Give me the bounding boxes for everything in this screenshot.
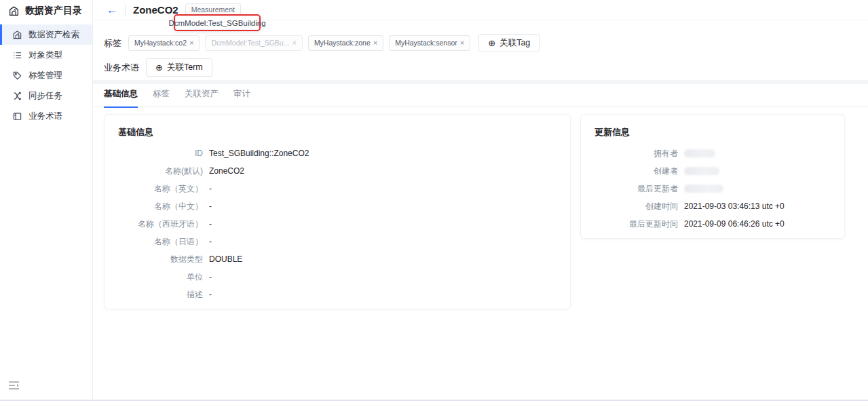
sidebar: 数据资产目录 数据资产检索 对象类型 标签管理 — [0, 0, 93, 400]
sidebar-item-label: 业务术语 — [29, 111, 62, 122]
field-row-last-updater: 最后更新者 — [581, 180, 844, 197]
tag-chip-label: MyHaystack:sensor — [395, 39, 457, 47]
tags-row-label: 标签 — [104, 37, 121, 50]
section-separator — [93, 80, 868, 84]
field-row-id: ID Test_SGBuilding::ZoneCO2 — [105, 145, 570, 162]
field-label: 名称（西班牙语） — [105, 218, 203, 230]
app-window: 数据资产目录 数据资产检索 对象类型 标签管理 — [0, 0, 868, 401]
field-label: 创建者 — [581, 166, 678, 177]
field-row-description: 描述 - — [105, 286, 570, 303]
field-label: 单位 — [105, 271, 203, 283]
red-annotation-box: DcmModel:Test_SGBuilding — [174, 14, 261, 31]
field-row-creator: 创建者 — [581, 162, 844, 180]
back-arrow-icon[interactable]: ← — [107, 5, 117, 16]
field-value: - — [209, 219, 212, 229]
tag-chip[interactable]: DcmModel:Test_SGBu... × — [205, 35, 302, 51]
sidebar-item-object-types[interactable]: 对象类型 — [0, 45, 92, 65]
term-row-label: 业务术语 — [104, 62, 139, 74]
catalog-logo-icon — [8, 5, 20, 17]
basic-info-card: 基础信息 ID Test_SGBuilding::ZoneCO2 名称(默认) … — [104, 114, 571, 309]
term-icon — [12, 111, 22, 121]
field-row-name-en: 名称（英文） - — [105, 180, 570, 197]
field-row-name-ja: 名称（日语） - — [105, 233, 570, 250]
update-info-fields: 拥有者 创建者 最后更新者 创建时间 2021-09-03 03:46:13 u… — [581, 145, 844, 233]
field-label: 创建时间 — [581, 201, 678, 212]
field-label: 名称（中文） — [105, 201, 203, 212]
field-label: 最后更新者 — [581, 183, 678, 195]
asset-search-icon — [12, 29, 22, 40]
field-label: ID — [105, 149, 203, 158]
tab-related-assets[interactable]: 关联资产 — [185, 88, 219, 108]
field-row-name-es: 名称（西班牙语） - — [105, 215, 570, 233]
tabs-underline — [93, 106, 868, 107]
circle-plus-icon: ⊕ — [488, 39, 495, 47]
field-row-unit: 单位 - — [105, 268, 570, 286]
field-row-created-time: 创建时间 2021-09-03 03:46:13 utc +0 — [581, 197, 844, 215]
add-tag-button[interactable]: ⊕ 关联Tag — [478, 34, 540, 52]
field-value: - — [209, 272, 212, 282]
field-label: 名称（日语） — [105, 236, 203, 248]
add-term-label: 关联Term — [167, 62, 203, 73]
field-row-owner: 拥有者 — [581, 145, 844, 162]
close-icon[interactable]: × — [373, 39, 377, 47]
field-value: - — [209, 237, 212, 246]
tag-chip-label: MyHaystack:co2 — [134, 39, 187, 47]
tag-chip[interactable]: MyHaystack:sensor × — [389, 35, 470, 51]
tag-chip[interactable]: MyHaystack:zone × — [308, 35, 383, 51]
tab-basic-info[interactable]: 基础信息 — [104, 88, 138, 108]
tag-chip[interactable]: MyHaystack:co2 × — [128, 35, 200, 51]
sidebar-item-business-terms[interactable]: 业务术语 — [0, 106, 92, 126]
tag-chip-label: MyHaystack:zone — [314, 39, 371, 47]
field-row-name-default: 名称(默认) ZoneCO2 — [105, 162, 570, 180]
redacted-value — [684, 185, 723, 193]
field-value: ZoneCO2 — [209, 166, 244, 176]
field-value: DOUBLE — [209, 254, 242, 264]
field-row-last-updated-time: 最后更新时间 2021-09-09 06:46:26 utc +0 — [581, 215, 844, 233]
field-value: 2021-09-03 03:46:13 utc +0 — [684, 202, 785, 211]
sidebar-item-tag-management[interactable]: 标签管理 — [0, 65, 92, 85]
tab-tags[interactable]: 标签 — [153, 88, 170, 108]
redacted-value — [684, 167, 719, 175]
field-label: 名称(默认) — [105, 166, 203, 177]
field-label: 最后更新时间 — [581, 218, 678, 230]
field-label: 拥有者 — [581, 148, 678, 159]
update-info-card: 更新信息 拥有者 创建者 最后更新者 创建时间 2021-09-03 03:46… — [580, 114, 845, 239]
entity-title: ZoneCO2 — [133, 4, 178, 16]
basic-info-fields: ID Test_SGBuilding::ZoneCO2 名称(默认) ZoneC… — [105, 145, 570, 303]
tab-audit[interactable]: 审计 — [233, 88, 250, 108]
sidebar-item-label: 数据资产检索 — [29, 29, 79, 41]
field-value: 2021-09-09 06:46:26 utc +0 — [684, 219, 785, 229]
circle-plus-icon: ⊕ — [155, 63, 163, 72]
sidebar-item-label: 标签管理 — [29, 70, 62, 81]
app-logo: 数据资产目录 — [0, 0, 92, 22]
sidebar-menu: 数据资产检索 对象类型 标签管理 同步任务 — [0, 24, 92, 126]
header-divider — [125, 5, 126, 15]
redacted-value — [684, 149, 715, 157]
close-icon[interactable]: × — [189, 39, 193, 47]
tag-chip-label: DcmModel:Test_SGBu... — [211, 39, 289, 47]
field-value: - — [209, 202, 212, 211]
tag-tooltip: DcmModel:Test_SGBuilding — [175, 16, 259, 30]
term-row: 业务术语 ⊕ 关联Term — [104, 58, 212, 77]
sidebar-item-sync-tasks[interactable]: 同步任务 — [0, 85, 92, 106]
close-icon[interactable]: × — [460, 39, 464, 47]
sidebar-item-label: 同步任务 — [29, 90, 62, 102]
basic-info-card-title: 基础信息 — [105, 115, 570, 138]
field-value: - — [209, 184, 212, 193]
sync-icon — [12, 90, 22, 101]
list-icon — [12, 50, 22, 60]
sidebar-item-asset-search[interactable]: 数据资产检索 — [0, 24, 92, 45]
field-row-data-type: 数据类型 DOUBLE — [105, 250, 570, 268]
detail-tabs: 基础信息 标签 关联资产 审计 — [104, 88, 250, 108]
update-info-card-title: 更新信息 — [581, 115, 844, 138]
close-icon[interactable]: × — [292, 39, 296, 47]
field-value: Test_SGBuilding::ZoneCO2 — [209, 149, 309, 158]
add-term-button[interactable]: ⊕ 关联Term — [146, 58, 212, 77]
collapse-sidebar-icon[interactable] — [8, 381, 20, 390]
field-value: - — [209, 290, 212, 299]
add-tag-label: 关联Tag — [499, 38, 530, 48]
tags-row: 标签 MyHaystack:co2 × DcmModel:Test_SGBu..… — [104, 34, 540, 52]
field-row-name-zh: 名称（中文） - — [105, 197, 570, 215]
field-label: 名称（英文） — [105, 183, 203, 195]
field-label: 数据类型 — [105, 254, 203, 265]
